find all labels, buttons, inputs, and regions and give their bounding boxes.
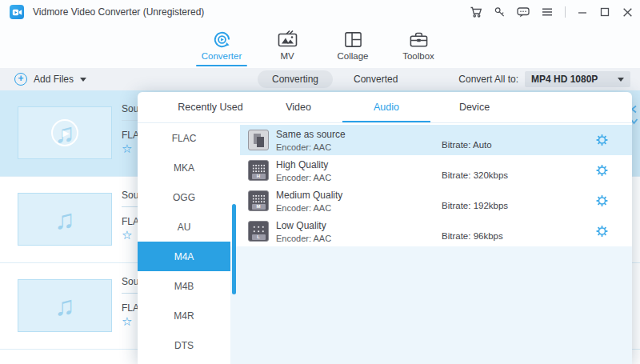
popup-tab-device[interactable]: Device — [430, 92, 518, 122]
nav-tab-toolbox[interactable]: Toolbox — [387, 29, 450, 66]
popup-tab-video[interactable]: Video — [254, 92, 342, 122]
preset-name: High Quality — [276, 159, 331, 170]
tab-converting[interactable]: Converting — [258, 70, 333, 88]
titlebar-separator — [565, 6, 566, 18]
preset-texts: Low Quality Encoder: AAC — [276, 220, 331, 243]
audio-thumbnail[interactable]: ♫ ▶ — [18, 106, 112, 159]
preset-list: Same as source Encoder: AAC Bitrate: Aut… — [240, 123, 632, 364]
music-note-icon: ♫ — [54, 292, 75, 319]
preset-row-low-quality[interactable]: L Low Quality Encoder: AAC Bitrate: 96kb… — [240, 216, 632, 246]
nav-tab-converter[interactable]: Converter — [190, 29, 253, 66]
format-item-m4r[interactable]: M4R — [138, 301, 230, 330]
preset-encoder: Encoder: AAC — [276, 234, 331, 243]
convert-all-value: MP4 HD 1080P — [531, 74, 618, 85]
nav-tab-label: Converter — [202, 51, 242, 61]
main-nav: Converter MV Collage Toolbox — [0, 24, 640, 68]
menu-icon[interactable] — [541, 6, 554, 18]
format-item-mka[interactable]: MKA — [138, 153, 230, 182]
sidebar-scrollbar — [230, 123, 240, 364]
gear-icon[interactable] — [596, 165, 608, 177]
format-item-flac[interactable]: FLAC — [138, 123, 230, 153]
convert-all-dropdown[interactable]: MP4 HD 1080P — [525, 71, 630, 87]
plus-icon: + — [14, 73, 27, 86]
preset-bitrate: Bitrate: Auto — [442, 140, 492, 150]
play-overlay-icon[interactable]: ▶ — [51, 119, 78, 146]
favorite-star-icon[interactable]: ☆ — [122, 228, 132, 242]
store-cart-icon[interactable] — [470, 6, 482, 18]
window-title: Vidmore Video Converter (Unregistered) — [33, 6, 204, 18]
preset-list-empty-area — [230, 246, 632, 364]
source-preset-icon — [248, 130, 269, 150]
caret-down-icon — [618, 78, 624, 82]
preset-row-high-quality[interactable]: H High Quality Encoder: AAC Bitrate: 320… — [240, 155, 632, 186]
titlebar-actions — [470, 0, 634, 24]
close-button[interactable] — [622, 6, 634, 18]
format-selector-popup: Recently Used Video Audio Device FLAC MK… — [138, 92, 632, 364]
preset-row-medium-quality[interactable]: M Medium Quality Encoder: AAC Bitrate: 1… — [240, 186, 632, 216]
app-window: Vidmore Video Converter (Unregistered) — [0, 0, 640, 364]
quality-preset-icon: H — [248, 160, 269, 181]
nav-tab-label: Toolbox — [402, 51, 434, 61]
titlebar: Vidmore Video Converter (Unregistered) — [0, 0, 640, 24]
minimize-button[interactable] — [577, 6, 588, 18]
popup-tab-recently-used[interactable]: Recently Used — [166, 92, 254, 122]
nav-tab-collage[interactable]: Collage — [322, 29, 384, 66]
nav-tab-label: Collage — [338, 51, 369, 61]
collage-icon — [344, 29, 362, 50]
convert-all-label: Convert All to: — [458, 74, 518, 85]
preset-bitrate: Bitrate: 320kbps — [442, 170, 508, 180]
gear-icon[interactable] — [596, 134, 608, 146]
toolbox-icon — [409, 29, 429, 50]
audio-thumbnail[interactable]: ♫ — [18, 279, 112, 332]
format-sidebar: FLAC MKA OGG AU M4A M4B M4R DTS — [138, 123, 230, 364]
gear-icon[interactable] — [596, 195, 608, 207]
preset-encoder: Encoder: AAC — [276, 142, 346, 152]
popup-body: FLAC MKA OGG AU M4A M4B M4R DTS Same as … — [138, 123, 632, 364]
preset-name: Low Quality — [276, 220, 331, 231]
gear-icon[interactable] — [596, 226, 608, 238]
tab-converted[interactable]: Converted — [354, 74, 398, 85]
popup-tabs: Recently Used Video Audio Device — [138, 92, 632, 123]
add-files-button[interactable]: + Add Files — [14, 73, 86, 86]
favorite-star-icon[interactable]: ☆ — [122, 314, 132, 329]
convert-all-group: Convert All to: MP4 HD 1080P — [458, 68, 630, 90]
preset-bitrate: Bitrate: 96kbps — [442, 231, 503, 241]
format-item-m4b[interactable]: M4B — [138, 271, 230, 301]
maximize-button[interactable] — [599, 6, 610, 18]
preset-name: Medium Quality — [276, 190, 342, 201]
popup-tab-audio[interactable]: Audio — [342, 92, 430, 122]
register-key-icon[interactable] — [494, 6, 506, 18]
preset-name: Same as source — [276, 129, 346, 140]
feedback-icon[interactable] — [517, 6, 530, 18]
caret-down-icon[interactable] — [80, 78, 86, 82]
preset-texts: Medium Quality Encoder: AAC — [276, 190, 342, 213]
preset-encoder: Encoder: AAC — [276, 203, 342, 213]
app-logo-icon — [10, 5, 24, 19]
format-item-m4a[interactable]: M4A — [138, 242, 230, 271]
nav-tab-mv[interactable]: MV — [256, 29, 318, 66]
quality-badge: H — [252, 174, 266, 179]
preset-row-same-as-source[interactable]: Same as source Encoder: AAC Bitrate: Aut… — [240, 125, 632, 155]
scrollbar-thumb[interactable] — [232, 204, 236, 294]
quality-preset-icon: L — [248, 221, 269, 242]
audio-thumbnail[interactable]: ♫ — [18, 193, 112, 246]
music-note-icon: ♫ — [54, 206, 75, 233]
favorite-star-icon[interactable]: ☆ — [122, 142, 132, 156]
queue-tabs: Converting Converted — [258, 68, 398, 90]
toolbar: + Add Files Converting Converted Convert… — [0, 68, 640, 90]
quality-preset-icon: M — [248, 190, 269, 211]
preset-texts: High Quality Encoder: AAC — [276, 159, 331, 182]
nav-tab-label: MV — [280, 51, 294, 61]
format-item-dts[interactable]: DTS — [138, 330, 230, 360]
add-files-label: Add Files — [34, 74, 74, 85]
preset-bitrate: Bitrate: 192kbps — [442, 201, 508, 210]
quality-badge: M — [252, 204, 266, 210]
format-item-au[interactable]: AU — [138, 212, 230, 242]
mv-icon — [278, 29, 298, 50]
format-item-ogg[interactable]: OGG — [138, 182, 230, 212]
preset-texts: Same as source Encoder: AAC — [276, 129, 346, 152]
converter-icon — [212, 29, 232, 50]
quality-badge: L — [252, 234, 266, 240]
preset-encoder: Encoder: AAC — [276, 173, 331, 182]
